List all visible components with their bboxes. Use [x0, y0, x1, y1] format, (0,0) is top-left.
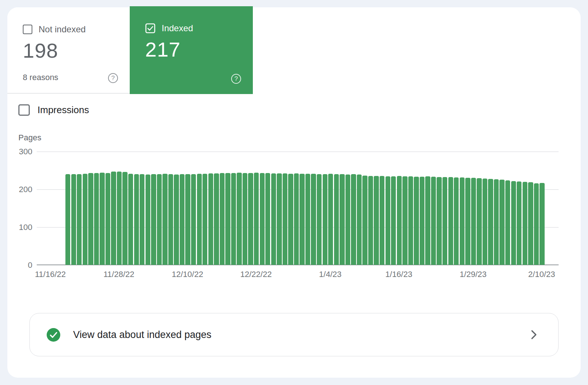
bar-1/5/23[interactable]: [334, 174, 339, 265]
y-tick-label: 300: [10, 147, 32, 156]
bar-2/6/23[interactable]: [517, 181, 521, 265]
bar-1/17/23[interactable]: [402, 176, 407, 265]
bar-12/31/22[interactable]: [305, 174, 310, 265]
bar-11/23/22[interactable]: [88, 173, 93, 265]
bar-1/18/23[interactable]: [408, 176, 413, 265]
x-tick-label: 2/10/23: [516, 270, 567, 279]
bar-1/19/23[interactable]: [414, 177, 419, 265]
check-circle-icon: [47, 328, 60, 342]
bar-12/25/22[interactable]: [271, 173, 276, 265]
bar-12/28/22[interactable]: [288, 174, 293, 265]
bar-1/24/23[interactable]: [442, 177, 447, 265]
bar-2/9/23[interactable]: [534, 183, 539, 265]
bar-11/22/22[interactable]: [83, 174, 87, 265]
indexed-metric-box[interactable]: Indexed 217 ?: [130, 6, 253, 94]
bar-2/5/23[interactable]: [511, 181, 516, 265]
bar-11/26/22[interactable]: [105, 173, 110, 265]
bar-1/4/23[interactable]: [328, 174, 333, 265]
bar-12/8/22[interactable]: [174, 174, 179, 265]
bar-1/29/23[interactable]: [471, 178, 476, 265]
not-indexed-metric-box[interactable]: Not indexed 198 8 reasons ?: [7, 7, 130, 93]
bar-12/30/22[interactable]: [300, 174, 304, 265]
bar-11/21/22[interactable]: [77, 174, 82, 265]
bar-11/29/22[interactable]: [122, 172, 127, 265]
bar-1/26/23[interactable]: [454, 177, 459, 265]
bar-11/20/22[interactable]: [71, 174, 76, 265]
bar-1/9/23[interactable]: [357, 174, 362, 265]
help-icon[interactable]: ?: [108, 73, 118, 83]
y-axis-title: Pages: [18, 133, 41, 143]
bar-12/7/22[interactable]: [168, 174, 173, 265]
bar-11/19/22[interactable]: [65, 174, 70, 265]
bar-12/26/22[interactable]: [277, 173, 282, 265]
bar-12/22/22[interactable]: [254, 173, 259, 265]
bar-12/14/22[interactable]: [208, 173, 213, 265]
bar-1/30/23[interactable]: [477, 178, 481, 265]
bar-11/30/22[interactable]: [128, 174, 133, 265]
bar-1/3/23[interactable]: [323, 174, 327, 265]
bar-1/10/23[interactable]: [362, 176, 367, 265]
bar-12/10/22[interactable]: [185, 174, 190, 265]
bar-1/20/23[interactable]: [420, 177, 424, 265]
bar-1/7/23[interactable]: [345, 174, 350, 265]
bar-12/17/22[interactable]: [225, 173, 230, 265]
bar-12/27/22[interactable]: [283, 173, 287, 265]
bar-1/25/23[interactable]: [448, 177, 453, 265]
bar-12/23/22[interactable]: [260, 173, 265, 265]
bar-12/16/22[interactable]: [220, 173, 225, 265]
indexed-checkbox-checked-icon[interactable]: [145, 23, 155, 33]
bar-1/12/23[interactable]: [374, 176, 379, 265]
bar-2/3/23[interactable]: [499, 180, 504, 265]
bar-1/6/23[interactable]: [340, 174, 344, 265]
bar-2/1/23[interactable]: [488, 179, 493, 265]
bar-1/15/23[interactable]: [391, 176, 396, 265]
bar-2/7/23[interactable]: [523, 182, 527, 265]
bar-12/2/22[interactable]: [140, 174, 144, 265]
bar-12/6/22[interactable]: [162, 174, 167, 265]
bar-1/13/23[interactable]: [380, 176, 384, 265]
page-indexing-report: Not indexed 198 8 reasons ? Indexed 217 …: [0, 0, 588, 385]
metrics-divider: [7, 93, 130, 94]
bar-12/24/22[interactable]: [265, 173, 270, 265]
bar-12/12/22[interactable]: [197, 174, 202, 265]
help-icon[interactable]: ?: [231, 74, 241, 84]
not-indexed-checkbox[interactable]: [23, 25, 32, 34]
bar-1/8/23[interactable]: [351, 174, 356, 265]
bar-2/8/23[interactable]: [528, 182, 533, 265]
bar-11/28/22[interactable]: [117, 172, 122, 265]
bar-12/18/22[interactable]: [231, 173, 236, 265]
bar-12/4/22[interactable]: [151, 174, 156, 265]
bar-1/31/23[interactable]: [483, 179, 487, 265]
bar-1/23/23[interactable]: [437, 177, 441, 265]
bar-11/27/22[interactable]: [111, 172, 116, 265]
bar-12/3/22[interactable]: [146, 174, 150, 265]
bar-1/2/23[interactable]: [317, 174, 322, 265]
bar-12/1/22[interactable]: [134, 174, 139, 265]
view-indexed-pages-banner[interactable]: View data about indexed pages: [29, 313, 559, 356]
bar-1/1/23[interactable]: [311, 174, 316, 265]
bar-1/27/23[interactable]: [460, 177, 465, 265]
bar-1/14/23[interactable]: [386, 176, 390, 265]
bar-2/4/23[interactable]: [505, 180, 510, 265]
bar-12/11/22[interactable]: [191, 174, 196, 265]
bar-12/20/22[interactable]: [243, 173, 247, 265]
bar-12/29/22[interactable]: [294, 173, 299, 265]
impressions-checkbox[interactable]: [18, 104, 30, 116]
bar-11/25/22[interactable]: [100, 173, 104, 265]
bar-2/2/23[interactable]: [494, 179, 499, 265]
bar-12/15/22[interactable]: [214, 173, 219, 265]
bar-1/22/23[interactable]: [431, 177, 436, 265]
bar-1/16/23[interactable]: [397, 176, 402, 265]
bar-12/5/22[interactable]: [157, 174, 162, 265]
bar-2/10/23[interactable]: [539, 183, 544, 265]
bar-12/21/22[interactable]: [248, 173, 253, 265]
bar-12/13/22[interactable]: [202, 174, 207, 265]
impressions-toggle[interactable]: Impressions: [18, 104, 89, 116]
bar-11/24/22[interactable]: [94, 173, 99, 265]
bar-1/11/23[interactable]: [368, 176, 373, 265]
bar-1/21/23[interactable]: [425, 176, 430, 265]
banner-label: View data about indexed pages: [73, 329, 211, 341]
bar-1/28/23[interactable]: [465, 178, 470, 265]
bar-12/9/22[interactable]: [180, 174, 184, 265]
bar-12/19/22[interactable]: [237, 173, 241, 265]
